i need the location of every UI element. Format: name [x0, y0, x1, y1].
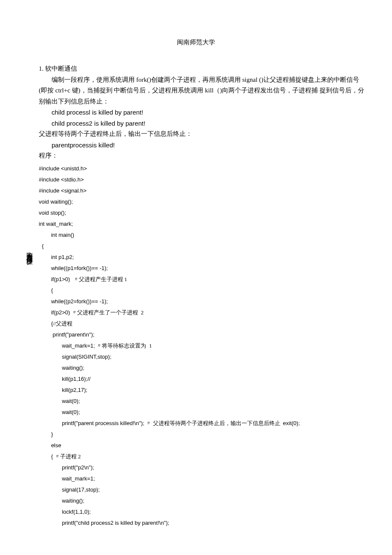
paragraph-2: 父进程等待两个子进程终止后，输出一下信息后终止：: [39, 129, 366, 140]
paragraph-1: 编制一段程序，使用系统调用 fork()创建两个子进程，再用系统调用 signa…: [39, 75, 366, 107]
section-title: 1. 软中断通信: [39, 63, 366, 75]
output-line-child1: child processl is killed by parent!: [39, 107, 366, 118]
code-line: void waiting();: [39, 198, 73, 205]
code-line: int p1,p2;: [39, 254, 74, 260]
code-line: lockf(1,1,0);: [39, 509, 91, 515]
code-line: }: [39, 431, 53, 437]
output-line-child2: child process2 is killed by parent!: [39, 118, 366, 129]
document-page: 闽南师范大学 实验内容与具体步骤 1. 软中断通信 编制一段程序，使用系统调用 …: [0, 0, 392, 546]
sidebar-vertical-label: 实验内容与具体步骤: [26, 63, 34, 254]
code-line: printf("parent processis killed!\n"); 〃 …: [39, 420, 300, 426]
code-line: { 〃子进程 2: [39, 453, 81, 460]
code-line: if(p1>0) 〃父进程产生子进程 1: [39, 276, 127, 282]
code-line: kill(p2,17);: [39, 387, 87, 393]
code-line: waiting();: [39, 365, 84, 371]
code-line: kill(p1,16);//: [39, 376, 90, 382]
code-line: #include <stdio.h>: [39, 176, 84, 183]
code-line: if(p2>0) 〃父进程产生了一个子进程 2: [39, 309, 144, 316]
output-line-parent: parentprocessis killed!: [39, 140, 366, 151]
code-line: waiting();: [39, 497, 84, 504]
content-wrapper: 实验内容与具体步骤 1. 软中断通信 编制一段程序，使用系统调用 fork()创…: [26, 63, 366, 529]
code-line: void stop();: [39, 210, 66, 216]
code-line: while((p1=fork())== -1);: [39, 265, 108, 271]
code-line: int main(): [39, 232, 74, 238]
code-line: signal(17,stop);: [39, 486, 100, 493]
code-line: wait_mark=1; 〃将等待标志设置为 1: [39, 342, 152, 349]
code-line: #include <unistd.h>: [39, 165, 87, 172]
code-line: #include <signal.h>: [39, 187, 86, 194]
main-content: 1. 软中断通信 编制一段程序，使用系统调用 fork()创建两个子进程，再用系…: [39, 63, 366, 529]
code-line: {: [39, 287, 53, 293]
code-line: wait_mark=1;: [39, 475, 95, 482]
code-line: printf("parent\n");: [39, 331, 95, 338]
code-line: wait(0);: [39, 409, 80, 415]
code-line: printf("child process2 is killed by pare…: [39, 520, 169, 526]
page-header: 闽南师范大学: [26, 38, 366, 46]
code-line: while((p2=fork())== -1);: [39, 298, 108, 305]
code-block: #include <unistd.h> #include <stdio.h> #…: [39, 163, 366, 529]
program-label: 程序：: [39, 150, 366, 161]
code-line: signal(SIGINT,stop);: [39, 354, 112, 360]
code-line: int wait_mark;: [39, 221, 73, 227]
code-line: wait(0);: [39, 398, 80, 404]
code-line: {: [39, 243, 44, 249]
code-line: {//父进程: [39, 320, 72, 327]
code-line: else: [39, 442, 61, 449]
code-line: printf("p2\n");: [39, 464, 94, 471]
